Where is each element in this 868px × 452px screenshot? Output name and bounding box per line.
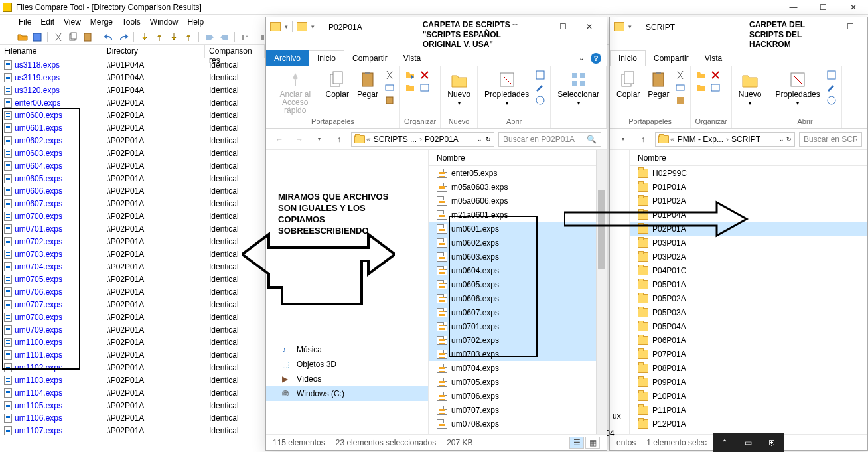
new-folder-button[interactable]: Nuevo▾ bbox=[445, 69, 473, 109]
merge-right-icon[interactable] bbox=[203, 31, 216, 44]
recent-dropdown[interactable]: ▾ bbox=[615, 131, 631, 147]
undo-icon[interactable] bbox=[102, 31, 115, 44]
menu-tools[interactable]: Tools bbox=[118, 16, 145, 28]
move-to-icon[interactable] bbox=[404, 69, 416, 81]
open-icon[interactable] bbox=[826, 69, 837, 81]
edit-icon[interactable] bbox=[826, 82, 837, 94]
back-button[interactable]: ← bbox=[271, 131, 287, 147]
merge-left-icon[interactable] bbox=[218, 31, 231, 44]
file-row[interactable]: um0607.exps bbox=[429, 305, 607, 319]
close-button[interactable]: ✕ bbox=[576, 17, 603, 36]
qat-down-icon[interactable]: ▾ bbox=[628, 23, 632, 30]
file-row[interactable]: um0702.exps bbox=[429, 333, 607, 347]
defender-icon[interactable]: ⛨ bbox=[768, 438, 776, 447]
file-row[interactable]: um0708.exps bbox=[429, 417, 607, 431]
search-input[interactable]: Buscar en P02P01A🔍 bbox=[498, 132, 601, 147]
file-row[interactable]: um0703.exps bbox=[429, 347, 607, 361]
save-icon[interactable] bbox=[31, 31, 44, 44]
history-icon[interactable] bbox=[534, 94, 546, 106]
file-row[interactable]: um0603.exps bbox=[429, 250, 607, 264]
folder-row[interactable]: P06P01A bbox=[630, 333, 867, 347]
file-row[interactable]: um0701.exps bbox=[429, 319, 607, 333]
view-details-button[interactable]: ☰ bbox=[569, 437, 584, 449]
nav-tree[interactable]: ux Ubuntu-20.04 bbox=[610, 150, 630, 434]
up-button[interactable]: ↑ bbox=[635, 131, 651, 147]
copy-path-icon[interactable] bbox=[384, 82, 396, 94]
folder-row[interactable]: H02P99C bbox=[630, 166, 867, 180]
properties-button[interactable]: Propiedades▾ bbox=[772, 69, 822, 109]
arrow-down-icon[interactable] bbox=[167, 31, 181, 44]
cut-icon[interactable] bbox=[384, 69, 396, 81]
nav-music[interactable]: ♪Música bbox=[266, 342, 428, 357]
column-header-name[interactable]: Nombre bbox=[630, 150, 867, 166]
forward-button[interactable]: → bbox=[291, 131, 307, 147]
delete-icon[interactable] bbox=[709, 69, 721, 81]
tab-view[interactable]: Vista bbox=[697, 50, 730, 66]
copy-icon[interactable] bbox=[66, 31, 80, 44]
copy-to-icon[interactable] bbox=[695, 82, 707, 94]
tab-view[interactable]: Vista bbox=[396, 50, 429, 66]
copy-to-icon[interactable] bbox=[404, 82, 416, 94]
menu-file[interactable]: File bbox=[15, 16, 35, 28]
menu-view[interactable]: View bbox=[60, 16, 85, 28]
nav-3dobjects[interactable]: ⬚Objetos 3D bbox=[266, 357, 428, 372]
column-header-name[interactable]: ⌃Nombre bbox=[429, 150, 607, 166]
qat-down-icon[interactable]: ▾ bbox=[311, 23, 315, 30]
nav-drive-c[interactable]: ⛃Windows (C:) bbox=[266, 386, 428, 401]
view-icons-button[interactable]: ▦ bbox=[585, 437, 600, 449]
diff-next-icon[interactable] bbox=[239, 31, 252, 44]
tray-icon[interactable]: ⌃ bbox=[721, 438, 728, 447]
folder-row[interactable]: P05P01A bbox=[630, 277, 867, 291]
paste-shortcut-icon[interactable] bbox=[674, 94, 686, 106]
folder-row[interactable]: P01P01A bbox=[630, 180, 867, 194]
maximize-button[interactable]: ☐ bbox=[808, 1, 838, 14]
header-directory[interactable]: Directory bbox=[102, 45, 205, 58]
copy-button[interactable]: Copiar bbox=[614, 69, 642, 100]
cut-icon[interactable] bbox=[52, 31, 65, 44]
paste-icon[interactable] bbox=[81, 31, 94, 44]
menu-edit[interactable]: Edit bbox=[36, 16, 58, 28]
nav-videos[interactable]: ▶Vídeos bbox=[266, 372, 428, 386]
recent-dropdown[interactable]: ▾ bbox=[311, 131, 327, 147]
folder-icon[interactable] bbox=[614, 22, 624, 31]
tab-share[interactable]: Compartir bbox=[344, 50, 396, 66]
folder-row[interactable]: P10P01A bbox=[630, 389, 867, 403]
open-icon[interactable] bbox=[534, 69, 546, 81]
file-row[interactable]: um0706.exps bbox=[429, 389, 607, 403]
pin-quickaccess-button[interactable]: Anclar al Acceso rápido bbox=[270, 69, 321, 115]
cut-icon[interactable] bbox=[674, 69, 686, 81]
arrow-up-icon[interactable] bbox=[153, 31, 166, 44]
rename-icon[interactable] bbox=[419, 82, 431, 94]
maximize-button[interactable]: ☐ bbox=[837, 17, 863, 36]
header-filename[interactable]: Filename bbox=[0, 45, 102, 58]
paste-button[interactable]: Pegar bbox=[354, 69, 381, 100]
file-row[interactable]: um0606.exps bbox=[429, 291, 607, 305]
file-row[interactable]: um0605.exps bbox=[429, 277, 607, 291]
address-bar[interactable]: « SCRIPTS ...› P02P01A ⌄ ↻ bbox=[351, 132, 494, 147]
redo-icon[interactable] bbox=[117, 31, 130, 44]
file-row[interactable]: enter05.exps bbox=[429, 166, 607, 180]
address-bar[interactable]: « PMM - Exp...› SCRIPT ⌄ ↻ bbox=[655, 132, 795, 147]
file-row[interactable]: um0704.exps bbox=[429, 361, 607, 375]
menu-merge[interactable]: Merge bbox=[86, 16, 117, 28]
maximize-button[interactable]: ☐ bbox=[549, 17, 576, 36]
menu-help[interactable]: Help bbox=[184, 16, 208, 28]
move-to-icon[interactable] bbox=[695, 69, 707, 81]
up-button[interactable]: ↑ bbox=[331, 131, 347, 147]
folder-row[interactable]: P05P04A bbox=[630, 319, 867, 333]
close-button[interactable]: ✕ bbox=[838, 1, 868, 14]
arrow-down-icon[interactable] bbox=[138, 31, 151, 44]
tab-home[interactable]: Inicio bbox=[309, 50, 344, 66]
paste-shortcut-icon[interactable] bbox=[384, 94, 396, 106]
file-row[interactable]: um0604.exps bbox=[429, 264, 607, 277]
qat-down-icon[interactable]: ▾ bbox=[285, 23, 288, 30]
copy-path-icon[interactable] bbox=[674, 82, 686, 94]
folder-row[interactable]: P07P01A bbox=[630, 347, 867, 361]
folder-icon[interactable] bbox=[270, 22, 281, 31]
file-row[interactable]: um0707.exps bbox=[429, 403, 607, 417]
header-result[interactable]: Comparison res bbox=[205, 45, 265, 58]
file-row[interactable]: um0705.exps bbox=[429, 375, 607, 389]
folder-row[interactable]: P12P01A bbox=[630, 417, 867, 431]
open-folder-icon[interactable] bbox=[16, 31, 29, 44]
diff-prev-icon[interactable] bbox=[253, 31, 267, 44]
